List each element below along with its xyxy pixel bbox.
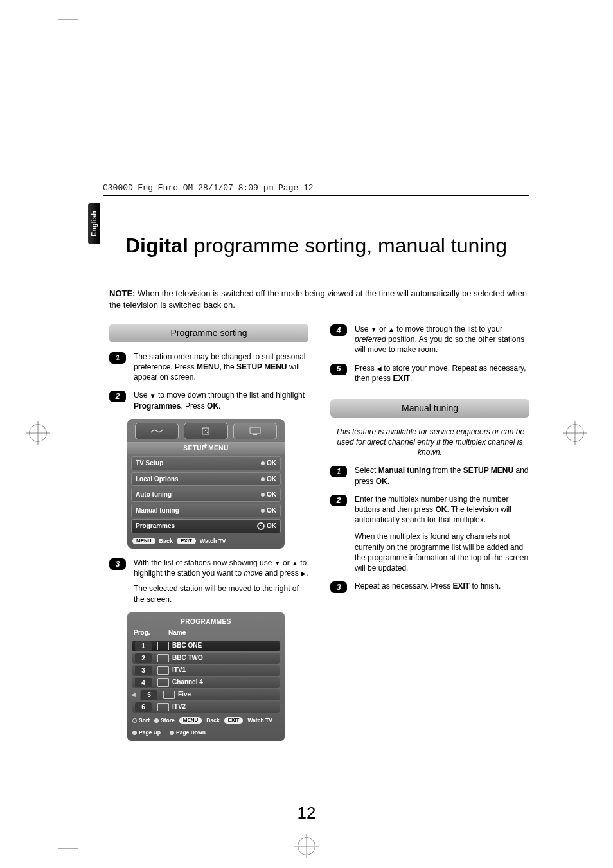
- dot-icon: [261, 509, 265, 513]
- prog-row: 6ITV2: [132, 702, 280, 713]
- prog-footer: Sort Store MENUBack EXITWatch TV Page Up…: [127, 714, 285, 737]
- step-badge: 3: [330, 581, 347, 593]
- language-tab: English: [88, 203, 100, 244]
- t: OK: [267, 522, 276, 531]
- tv-icon: [157, 678, 169, 687]
- note-body: When the television is switched off the …: [109, 288, 527, 310]
- osd-tabs: [127, 419, 285, 442]
- step-badge: 3: [109, 558, 126, 570]
- t: from the: [431, 466, 463, 475]
- step-m1: 1 Select Manual tuning from the SETUP ME…: [330, 465, 529, 486]
- t: to move through the list to your: [395, 324, 502, 333]
- prog-title: PROGRAMMES: [127, 616, 285, 629]
- t: ITV2: [172, 702, 280, 711]
- tv-icon: [157, 654, 169, 662]
- prog-row-moving: 5Five: [140, 689, 280, 700]
- osd-tab-setup-icon: [233, 423, 277, 439]
- t: SETUP MENU: [463, 466, 513, 475]
- t: OK: [267, 475, 276, 484]
- t: Page Up: [139, 729, 161, 736]
- manual-intro: This feature is available for service en…: [330, 427, 529, 466]
- prog-row: 4Channel 4: [132, 677, 280, 688]
- t: Prog.: [134, 628, 159, 637]
- step-1: 1 The station order may be changed to su…: [109, 351, 308, 383]
- osd-row: Manual tuningOK: [131, 504, 281, 518]
- t: SETUP MENU: [236, 362, 287, 371]
- dot-icon: [261, 461, 265, 465]
- prog-row: 3ITV1: [132, 665, 280, 676]
- note-label: NOTE:: [109, 288, 135, 298]
- t: , the: [219, 362, 236, 371]
- t: Programmes: [136, 522, 175, 531]
- menu-pill: MENU: [132, 538, 155, 545]
- step-text: Press ◀ to store your move. Repeat as ne…: [355, 363, 529, 384]
- t: preferred: [355, 335, 386, 344]
- step-m2: 2 Enter the multiplex number using the n…: [330, 494, 529, 573]
- t: OK: [267, 459, 276, 468]
- step-2: 2 Use ▼ to move down through the list an…: [109, 390, 308, 411]
- t: When the multiplex is found any channels…: [355, 532, 528, 572]
- t: Back: [159, 537, 173, 545]
- step-text: Use ▼ to move down through the list and …: [134, 390, 308, 411]
- osd-tab-sound-icon: [184, 423, 227, 439]
- step-text: With the list of stations now showing us…: [134, 558, 308, 605]
- t: The selected station will be moved to th…: [134, 584, 299, 603]
- print-header: C3000D Eng Euro OM 28/1/07 8:09 pm Page …: [103, 183, 529, 196]
- dot-icon: [132, 731, 137, 735]
- t: Programmes: [134, 402, 181, 411]
- t: to move down through the list and highli…: [156, 391, 305, 400]
- dot-icon: [154, 718, 159, 723]
- t: Repeat as necessary. Press: [355, 581, 453, 590]
- t: Store: [161, 717, 175, 723]
- osd-programmes: PROGRAMMES Prog. Name 1BBC ONE 2BBC TWO …: [127, 612, 285, 741]
- dot-icon: [170, 731, 174, 735]
- t: EXIT: [393, 374, 410, 383]
- t: Page Down: [176, 729, 206, 736]
- step-text: Enter the multiplex number using the num…: [355, 494, 529, 573]
- step-text: Select Manual tuning from the SETUP MENU…: [355, 465, 529, 486]
- osd-tab-picture-icon: [135, 423, 179, 439]
- t: Local Options: [136, 475, 179, 484]
- crop-mark: [58, 19, 78, 39]
- t: 3: [135, 666, 152, 675]
- osd-row-selected: ProgrammesOK: [131, 519, 281, 533]
- t: OK: [207, 402, 218, 411]
- right-column: 4 Use ▼ or ▲ to move through the list to…: [330, 320, 529, 797]
- exit-pill: EXIT: [224, 717, 244, 724]
- step-4: 4 Use ▼ or ▲ to move through the list to…: [330, 324, 529, 355]
- t: ITV1: [172, 666, 280, 675]
- prog-headers: Prog. Name: [127, 628, 285, 639]
- dot-icon: [261, 493, 265, 497]
- t: . Press: [181, 402, 207, 411]
- osd-title: SETUP MENU ▲: [127, 442, 285, 455]
- step-text: The station order may be changed to suit…: [134, 351, 308, 383]
- t: EXIT: [453, 581, 470, 590]
- step-5: 5 Press ◀ to store your move. Repeat as …: [330, 363, 529, 384]
- t: and press: [263, 569, 301, 578]
- registration-mark-icon: [29, 424, 47, 442]
- t: 6: [135, 702, 152, 712]
- t: or: [281, 558, 292, 567]
- t: OK: [267, 506, 276, 515]
- title-rest: programme sorting, manual tuning: [188, 234, 507, 257]
- down-arrow-icon: ▼: [371, 325, 377, 334]
- registration-mark-icon: [566, 424, 584, 442]
- left-column: Programme sorting 1 The station order ma…: [109, 320, 308, 797]
- t: to finish.: [470, 581, 501, 590]
- t: Sort: [139, 717, 150, 723]
- down-arrow-icon: ▼: [150, 392, 156, 401]
- t: TV Setup: [136, 459, 163, 468]
- t: Use: [355, 324, 371, 333]
- up-arrow-icon: ▲: [292, 559, 298, 568]
- t: Watch TV: [200, 537, 226, 545]
- left-arrow-icon: ◀: [377, 364, 382, 373]
- down-arrow-icon: ▼: [274, 559, 281, 568]
- step-badge: 2: [330, 495, 347, 506]
- tv-icon: [157, 703, 169, 711]
- note-block: NOTE: When the television is switched of…: [109, 288, 529, 310]
- t: OK: [376, 477, 387, 486]
- dot-ring-icon: [257, 522, 265, 530]
- osd-row: TV SetupOK: [131, 456, 281, 470]
- t: .: [387, 477, 389, 486]
- menu-pill: MENU: [179, 717, 202, 724]
